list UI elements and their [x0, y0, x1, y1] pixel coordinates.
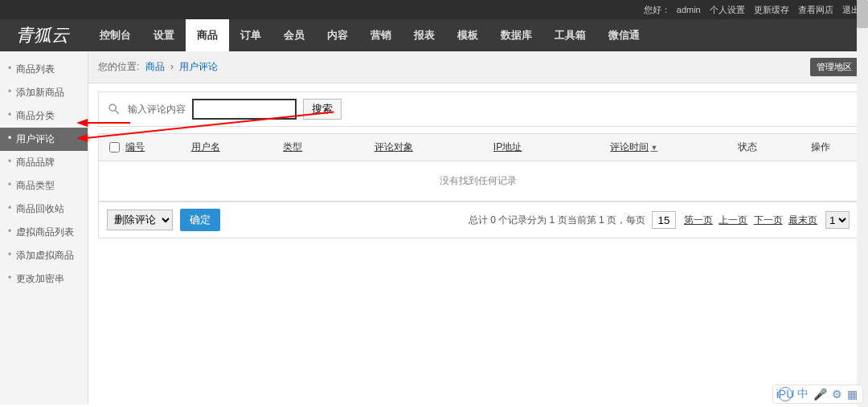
col-target[interactable]: 评论对象 — [330, 134, 458, 161]
manage-region-button[interactable]: 管理地区 — [810, 58, 858, 76]
search-icon — [107, 102, 121, 116]
nav-tab-content[interactable]: 内容 — [316, 19, 359, 51]
nav-tab-toolbox[interactable]: 工具箱 — [543, 19, 597, 51]
ime-floating-toolbar[interactable]: iPU 中 🎤 ⚙ ▦ — [772, 385, 863, 404]
page-select[interactable]: 1 — [825, 211, 850, 229]
nav-tab-reports[interactable]: 报表 — [403, 19, 446, 51]
breadcrumb-sep: › — [170, 61, 174, 72]
ime-gear-icon[interactable]: ⚙ — [832, 388, 842, 401]
pager-first[interactable]: 第一页 — [684, 214, 713, 226]
scrollbar-thumb[interactable] — [857, 0, 868, 28]
bulk-confirm-button[interactable]: 确定 — [180, 209, 220, 231]
page-size-input[interactable] — [652, 211, 676, 229]
top-utility-bar: 您好：admin 个人设置 更新缓存 查看网店 退出 — [0, 0, 868, 19]
nav-tab-orders[interactable]: 订单 — [229, 19, 272, 51]
primary-navbar: 青狐云 控制台 设置 商品 订单 会员 内容 营销 报表 模板 数据库 工具箱 … — [0, 19, 868, 51]
bulk-action-select[interactable]: 删除评论 — [107, 210, 173, 230]
nav-tab-settings[interactable]: 设置 — [142, 19, 186, 51]
select-all-checkbox[interactable] — [109, 142, 120, 153]
ime-ipu-icon[interactable]: iPU — [778, 387, 792, 401]
breadcrumb-reviews[interactable]: 用户评论 — [179, 61, 218, 72]
pagination: 总计 0 个记录分为 1 页当前第 1 页，每页 第一页 上一页 下一页 最末页… — [469, 211, 850, 229]
search-button[interactable]: 搜索 — [303, 99, 342, 120]
nav-tab-console[interactable]: 控制台 — [88, 19, 142, 51]
breadcrumb-products[interactable]: 商品 — [145, 61, 165, 72]
sidebar-item-categories[interactable]: 商品分类 — [0, 104, 88, 128]
sort-desc-icon: ▼ — [650, 144, 657, 152]
refresh-cache-link[interactable]: 更新缓存 — [754, 5, 789, 14]
breadcrumb-label: 您的位置: — [98, 61, 139, 72]
nav-tab-templates[interactable]: 模板 — [446, 19, 489, 51]
ime-mic-icon[interactable]: 🎤 — [813, 388, 827, 401]
sidebar-item-user-reviews[interactable]: 用户评论 — [0, 128, 88, 151]
greeting-text: 您好：admin — [637, 5, 701, 14]
results-table: 编号 用户名 类型 评论对象 IP地址 评论时间▼ 状态 操作 — [98, 133, 858, 202]
sidebar-item-types[interactable]: 商品类型 — [0, 174, 88, 197]
page-scrollbar[interactable] — [857, 0, 868, 405]
sidebar-item-change-secret[interactable]: 更改加密串 — [0, 267, 88, 291]
pager-summary: 总计 0 个记录分为 1 页当前第 1 页，每页 — [469, 214, 645, 227]
nav-tabs: 控制台 设置 商品 订单 会员 内容 营销 报表 模板 数据库 工具箱 微信通 — [88, 19, 651, 51]
col-id[interactable]: 编号 — [99, 134, 155, 161]
nav-tab-products[interactable]: 商品 — [186, 19, 229, 51]
col-ip[interactable]: IP地址 — [458, 134, 558, 161]
logo: 青狐云 — [0, 23, 88, 47]
search-input[interactable] — [192, 99, 297, 120]
view-store-link[interactable]: 查看网店 — [798, 5, 833, 14]
sidebar-item-virtual-list[interactable]: 虚拟商品列表 — [0, 221, 88, 244]
sidebar-item-brands[interactable]: 商品品牌 — [0, 151, 88, 174]
col-type[interactable]: 类型 — [256, 134, 330, 161]
col-time[interactable]: 评论时间▼ — [557, 134, 710, 161]
ime-grid-icon[interactable]: ▦ — [847, 388, 858, 401]
profile-link[interactable]: 个人设置 — [710, 5, 745, 14]
sidebar-item-add-product[interactable]: 添加新商品 — [0, 81, 88, 104]
ime-lang-cn[interactable]: 中 — [797, 387, 809, 401]
pager-last[interactable]: 最末页 — [788, 214, 817, 226]
bulk-actions: 删除评论 确定 — [107, 209, 220, 231]
col-status: 状态 — [710, 134, 784, 161]
search-label: 输入评论内容 — [128, 103, 186, 116]
pager-prev[interactable]: 上一页 — [719, 214, 747, 226]
col-action: 操作 — [784, 134, 858, 161]
table-footer: 删除评论 确定 总计 0 个记录分为 1 页当前第 1 页，每页 第一页 上一页… — [98, 202, 858, 238]
search-bar: 输入评论内容 搜索 — [98, 92, 858, 127]
sidebar-item-recycle[interactable]: 商品回收站 — [0, 197, 88, 221]
main-content: 您的位置: 商品 › 用户评论 管理地区 输入评论内容 搜索 — [88, 51, 868, 405]
sidebar-item-product-list[interactable]: 商品列表 — [0, 58, 88, 81]
nav-tab-database[interactable]: 数据库 — [489, 19, 543, 51]
no-data-row: 没有找到任何记录 — [99, 161, 858, 201]
pager-next[interactable]: 下一页 — [754, 214, 783, 226]
sidebar-item-add-virtual[interactable]: 添加虚拟商品 — [0, 244, 88, 267]
breadcrumb: 您的位置: 商品 › 用户评论 管理地区 — [88, 51, 868, 83]
nav-tab-wechat[interactable]: 微信通 — [597, 19, 651, 51]
sidebar: 商品列表 添加新商品 商品分类 用户评论 商品品牌 商品类型 商品回收站 虚拟商… — [0, 51, 88, 405]
col-user[interactable]: 用户名 — [155, 134, 256, 161]
no-data-text: 没有找到任何记录 — [99, 161, 858, 201]
nav-tab-marketing[interactable]: 营销 — [359, 19, 403, 51]
nav-tab-members[interactable]: 会员 — [272, 19, 316, 51]
